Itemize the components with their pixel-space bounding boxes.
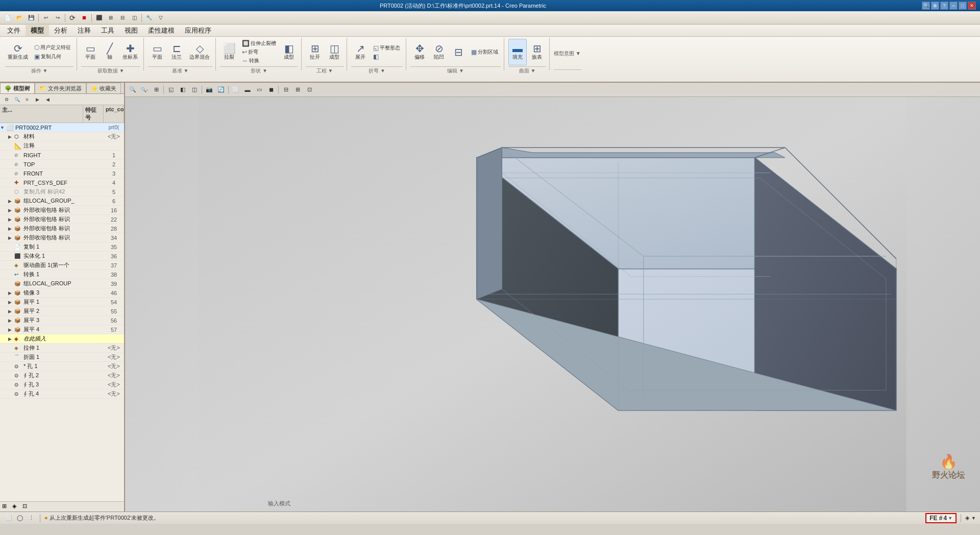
offset-button[interactable]: ✥ 偏移 — [410, 39, 429, 65]
vp-camera-button[interactable]: 📷 — [204, 84, 215, 95]
tree-row-mirror3[interactable]: ▶ 📦 镜像 3 46 — [0, 288, 124, 298]
expand-outer-shrink1[interactable]: ▶ — [8, 208, 14, 213]
new-file-button[interactable]: 📄 — [2, 13, 13, 23]
tree-row-hole4[interactable]: ⊙ ∮ 孔 4 <无> — [0, 390, 124, 399]
vp-display4-button[interactable]: ◼ — [265, 84, 277, 95]
flat-form-button[interactable]: ◱ 平整形态 — [371, 44, 403, 52]
tree-filter-button[interactable]: ≡ — [22, 95, 32, 104]
vp-misc1-button[interactable]: ⊟ — [280, 84, 291, 95]
undo-button[interactable]: ↩ — [40, 13, 52, 23]
status-icon1[interactable]: ⬜ — [4, 514, 13, 523]
tree-search-button[interactable]: 🔍 — [12, 95, 21, 104]
menu-view[interactable]: 视图 — [119, 25, 143, 36]
expand-unfold3[interactable]: ▶ — [8, 318, 14, 323]
expand-unfold2[interactable]: ▶ — [8, 309, 14, 314]
tree-row-prt-csys[interactable]: ✚ PRT_CSYS_DEF 4 — [0, 178, 124, 187]
tree-row-outer-shrink3[interactable]: ▶ 📦 外部收缩包络 标识 28 — [0, 224, 124, 233]
save-button[interactable]: 💾 — [26, 13, 37, 23]
expand-local-group1[interactable]: ▶ — [8, 199, 14, 204]
expand-mirror3[interactable]: ▶ — [8, 290, 14, 296]
tree-row-drive-surface[interactable]: ◈ 驱动曲面 1(第一个 37 — [0, 261, 124, 270]
stop-button[interactable]: ⏹ — [79, 13, 90, 23]
fold-button[interactable]: ↩ 折弯 — [239, 48, 279, 56]
vp-view2-button[interactable]: ◧ — [177, 84, 188, 95]
left-bottom-icon1[interactable]: ⊞ — [2, 503, 10, 511]
tree-row-outer-shrink2[interactable]: ▶ 📦 外部收缩包络 标识 22 — [0, 215, 124, 224]
tab-favorites[interactable]: ⭐ 收藏夹 — [86, 83, 121, 93]
menu-flexible[interactable]: 柔性建模 — [143, 25, 180, 36]
expand-icon-root[interactable]: ▼ — [0, 125, 6, 130]
menu-model[interactable]: 模型 — [26, 25, 49, 36]
redo-button[interactable]: ↪ — [52, 13, 63, 23]
tree-collapse-button[interactable]: ◀ — [43, 95, 52, 104]
tree-row-hole1[interactable]: ⊙ * 孔 1 <无> — [0, 362, 124, 371]
tree-row-local-group2[interactable]: 📦 组LOCAL_GROUP 39 — [0, 279, 124, 288]
view4-button[interactable]: ◫ — [129, 13, 140, 23]
tab-model-tree[interactable]: 🌳 模型树 — [0, 83, 35, 93]
extrude-button[interactable]: ⬜ 拉裂 — [220, 39, 238, 65]
tree-row-insert-here[interactable]: ▶ ◆ 在此插入 — [0, 334, 124, 344]
stop-crack-button[interactable]: 🔲 拉伸止裂槽 — [239, 39, 279, 47]
tree-row-front[interactable]: ⊘ FRONT 3 — [0, 169, 124, 178]
tree-row-bend1[interactable]: ↩ 转换 1 38 — [0, 270, 124, 279]
form-button[interactable]: ◧ 成型 — [280, 39, 298, 65]
status-icon3[interactable]: ⋮ — [27, 514, 36, 523]
left-bottom-icon2[interactable]: ◈ — [12, 503, 20, 511]
menu-annotate[interactable]: 注释 — [72, 25, 96, 36]
open-button[interactable]: 📂 — [14, 13, 25, 23]
fold-small-button[interactable]: ◧ — [371, 53, 403, 61]
view1-button[interactable]: ⬛ — [93, 13, 105, 23]
fe-number-badge[interactable]: FE # 4 ▼ — [925, 513, 957, 523]
tree-expand-button[interactable]: ▶ — [33, 95, 42, 104]
user-feature-button[interactable]: ⬡ 用户定义特征 — [32, 43, 74, 52]
vp-zoom-in-button[interactable]: 🔍 — [127, 84, 138, 95]
base-plane-button[interactable]: ▭ 平面 — [148, 39, 166, 65]
tree-row-unfold3[interactable]: ▶ 📦 展平 3 56 — [0, 316, 124, 325]
vp-orientation-button[interactable]: 🔄 — [215, 84, 227, 95]
question-icon[interactable]: ? — [940, 2, 948, 10]
search-icon[interactable]: 🔍 — [922, 2, 930, 10]
model-canvas[interactable]: 输入模式 🔥 野火论坛 — [125, 97, 980, 512]
expand-material[interactable]: ▶ — [8, 134, 14, 139]
tree-settings-button[interactable]: ⚙ — [2, 95, 11, 104]
tree-row-copy1[interactable]: 📄 复制 1 35 — [0, 242, 124, 252]
tree-row-hole3[interactable]: ⊙ ∮ 孔 3 <无> — [0, 380, 124, 390]
menu-file[interactable]: 文件 — [2, 25, 26, 36]
tree-row-outer-shrink1[interactable]: ▶ 📦 外部收缩包络 标识 16 — [0, 206, 124, 215]
close-button[interactable]: ✕ — [968, 2, 976, 10]
tree-row-bend2[interactable]: ⌒ 折圆 1 <无> — [0, 353, 124, 362]
vp-view3-button[interactable]: ◫ — [189, 84, 200, 95]
expand-outer-shrink4[interactable]: ▶ — [8, 235, 14, 240]
vp-zoom-fit-button[interactable]: ⊞ — [151, 84, 162, 95]
vp-display3-button[interactable]: ▭ — [254, 84, 265, 95]
flatten-button[interactable]: ⊞ 扯开 — [306, 39, 324, 65]
tree-row-unfold2[interactable]: ▶ 📦 展平 2 55 — [0, 307, 124, 316]
tree-row-outer-shrink4[interactable]: ▶ 📦 外部收缩包络 标识 34 — [0, 233, 124, 242]
tree-row-right[interactable]: ⊘ RIGHT 1 — [0, 151, 124, 160]
tree-body[interactable]: ▼ ⬜ PRT0002.PRT prt0( ▶ ⬡ 材料 <无> 📐 注释 — [0, 123, 124, 501]
settings-button[interactable]: 🔧 — [143, 13, 155, 23]
tree-row-unfold4[interactable]: ▶ 📦 展平 4 57 — [0, 325, 124, 334]
copy-geom-button[interactable]: ▣ 复制几何 — [32, 53, 74, 61]
form2-button[interactable]: ◫ 成型 — [325, 39, 344, 65]
tree-row-material[interactable]: ▶ ⬡ 材料 <无> — [0, 132, 124, 141]
minimize-button[interactable]: ─ — [949, 2, 958, 10]
customize-button[interactable]: ▽ — [155, 13, 166, 23]
split-zone-button[interactable]: ▦ 分割区域 — [469, 48, 501, 56]
fill-button[interactable]: ▬ 填充 — [508, 39, 527, 65]
csys-button[interactable]: ✚ 坐标系 — [120, 39, 140, 65]
expand-outer-shrink3[interactable]: ▶ — [8, 226, 14, 231]
status-right-icon1[interactable]: ◈ — [965, 515, 969, 521]
zoom-icon[interactable]: ⊕ — [931, 2, 939, 10]
tree-row-solid1[interactable]: ⬛ 实体化 1 36 — [0, 252, 124, 261]
menu-apps[interactable]: 应用程序 — [180, 25, 216, 36]
family-table-button[interactable]: ⊞ 族表 — [528, 39, 546, 65]
menu-tools[interactable]: 工具 — [96, 25, 119, 36]
unfold-button[interactable]: ↗ 展开 — [351, 39, 370, 65]
menu-analysis[interactable]: 分析 — [49, 25, 72, 36]
boundary-button[interactable]: ◇ 边界混合 — [187, 39, 212, 65]
regenerate-button[interactable]: ⟳ — [67, 13, 78, 23]
tree-row-top[interactable]: ⊘ TOP 2 — [0, 160, 124, 169]
vp-zoom-out-button[interactable]: 🔍- — [139, 84, 150, 95]
left-bottom-icon3[interactable]: ⊡ — [22, 503, 31, 511]
